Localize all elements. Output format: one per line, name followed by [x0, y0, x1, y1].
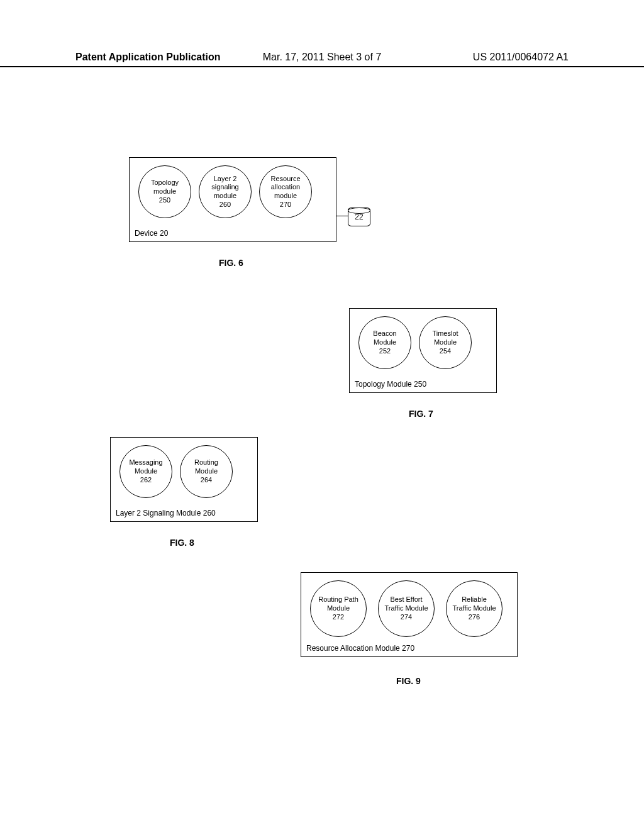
fig9-box-label: Resource Allocation Module 270: [306, 644, 414, 653]
fig8-box-label: Layer 2 Signaling Module 260: [116, 509, 216, 517]
fig6-connector: [336, 216, 349, 216]
fig6-layer2-signaling-module: Layer 2 signaling module 260: [199, 165, 252, 218]
fig7-topology-box: Beacon Module 252 Timeslot Module 254 To…: [349, 308, 497, 393]
fig8-circles: Messaging Module 262 Routing Module 264: [111, 438, 257, 516]
fig6-resource-allocation-module: Resource allocation module 270: [259, 165, 312, 218]
fig7-caption: FIG. 7: [409, 409, 433, 419]
fig9-routing-path-module: Routing Path Module 272: [310, 580, 367, 637]
page-header: Patent Application Publication Mar. 17, …: [0, 52, 644, 67]
fig7-box-label: Topology Module 250: [355, 380, 426, 389]
fig6-topology-module: Topology module 250: [138, 165, 191, 218]
fig9-circles: Routing Path Module 272 Best Effort Traf…: [301, 573, 517, 655]
fig6-circles: Topology module 250 Layer 2 signaling mo…: [130, 158, 336, 236]
fig9-resource-box: Routing Path Module 272 Best Effort Traf…: [301, 572, 518, 657]
fig7-timeslot-module: Timeslot Module 254: [419, 316, 472, 369]
fig6-box-label: Device 20: [135, 229, 168, 238]
header-left: Patent Application Publication: [75, 52, 240, 63]
fig7-circles: Beacon Module 252 Timeslot Module 254: [350, 309, 496, 387]
header-mid: Mar. 17, 2011 Sheet 3 of 7: [240, 52, 404, 63]
fig8-caption: FIG. 8: [170, 538, 194, 548]
fig8-messaging-module: Messaging Module 262: [119, 445, 172, 498]
fig6-device-box: Topology module 250 Layer 2 signaling mo…: [129, 157, 336, 242]
fig6-caption: FIG. 6: [219, 258, 243, 268]
header-right: US 2011/0064072 A1: [404, 52, 569, 63]
fig9-reliable-traffic-module: Reliable Traffic Module 276: [446, 580, 502, 637]
fig6-cylinder-label: 22: [355, 213, 363, 221]
fig7-beacon-module: Beacon Module 252: [358, 316, 411, 369]
fig8-layer2-box: Messaging Module 262 Routing Module 264 …: [110, 437, 258, 522]
fig9-caption: FIG. 9: [396, 676, 421, 686]
fig6-cylinder: 22: [348, 208, 370, 226]
fig8-routing-module: Routing Module 264: [180, 445, 233, 498]
fig9-best-effort-module: Best Effort Traffic Module 274: [378, 580, 435, 637]
